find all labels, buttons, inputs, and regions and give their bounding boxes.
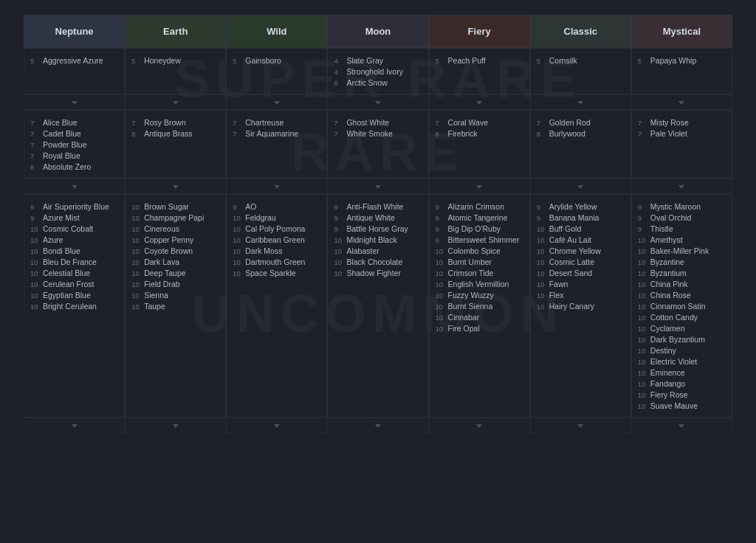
color-number: 10 <box>30 291 39 300</box>
color-item: 10Bleu De France <box>30 257 118 266</box>
color-name: Thistle <box>650 224 673 233</box>
color-number: 9 <box>638 203 647 211</box>
color-name: Copper Penny <box>144 235 193 244</box>
color-number: 9 <box>537 214 546 222</box>
color-number: 10 <box>436 302 444 311</box>
color-number: 10 <box>436 291 444 300</box>
divider-cell <box>631 94 732 110</box>
color-name: Byzantine <box>650 257 684 266</box>
color-name: AO <box>245 202 256 211</box>
color-item: 9Thistle <box>638 224 726 233</box>
color-number: 7 <box>334 119 343 127</box>
color-item: 8Burlywood <box>537 129 625 138</box>
color-item: 7Sir Aquamarine <box>233 129 320 138</box>
color-name: Stronghold Ivory <box>346 67 402 76</box>
color-number: 10 <box>638 280 647 288</box>
divider-cell <box>24 94 125 110</box>
section-0-col-1: 5Honeydew <box>125 48 226 94</box>
color-number: 10 <box>334 269 343 277</box>
color-name: Fawn <box>549 280 568 288</box>
color-item: 10Bright Cerulean <box>30 302 118 311</box>
chevron-down-icon <box>274 424 280 428</box>
color-number: 9 <box>436 236 444 244</box>
color-number: 9 <box>638 214 647 222</box>
color-number: 6 <box>334 79 343 87</box>
section-0-col-2: 5Gainsboro <box>226 48 327 94</box>
color-number: 10 <box>638 369 647 377</box>
color-name: Fire Opal <box>448 324 480 333</box>
color-name: Cal Poly Pomona <box>245 224 305 233</box>
color-item: 7Misty Rose <box>638 118 726 127</box>
color-item: 10Baker-Miller Pink <box>638 246 726 255</box>
color-number: 10 <box>131 225 140 233</box>
color-item: 10Cosmic Latte <box>537 257 625 266</box>
color-item: 10Dartmouth Green <box>233 257 320 266</box>
color-item: 10Cinnamon Satin <box>638 302 726 311</box>
divider-cell <box>125 179 226 194</box>
color-item: 8Antique Brass <box>131 129 219 138</box>
color-item: 7Chartreuse <box>233 118 320 127</box>
color-name: Azure <box>43 235 63 244</box>
chevron-down-icon <box>375 185 381 189</box>
color-number: 10 <box>30 269 39 277</box>
color-item: 7Golden Rod <box>537 118 625 127</box>
color-name: Colombo Spice <box>448 246 501 255</box>
color-name: Papaya Whip <box>650 56 696 65</box>
color-item: 10Cyclamen <box>638 324 726 333</box>
color-name: Taupe <box>144 302 165 311</box>
divider-cell <box>429 94 530 110</box>
chevron-down-icon <box>173 101 179 105</box>
color-number: 7 <box>131 119 140 127</box>
color-number: 10 <box>638 236 647 244</box>
color-item: 10English Vermillion <box>436 280 523 288</box>
color-name: Baker-Miller Pink <box>650 246 709 255</box>
color-number: 10 <box>638 269 647 277</box>
color-number: 10 <box>436 280 444 288</box>
color-item: 5Papaya Whip <box>638 56 726 65</box>
color-number: 10 <box>30 236 39 244</box>
color-item: 9Azure Mist <box>30 213 118 222</box>
color-name: Amethyst <box>650 235 683 244</box>
color-item: 10Copper Penny <box>131 235 219 244</box>
color-number: 10 <box>131 203 140 211</box>
color-name: Mystic Maroon <box>650 202 701 211</box>
color-number: 9 <box>436 214 444 222</box>
color-number: 5 <box>638 57 647 65</box>
color-number: 7 <box>30 130 39 138</box>
color-number: 10 <box>30 280 39 288</box>
color-number: 10 <box>131 269 140 277</box>
color-name: Bleu De France <box>43 257 97 266</box>
color-item: 9Atomic Tangerine <box>436 213 523 222</box>
color-number: 7 <box>30 141 39 149</box>
color-number: 10 <box>30 247 39 255</box>
color-number: 10 <box>537 302 546 311</box>
chevron-down-icon <box>678 101 684 105</box>
color-number: 10 <box>638 402 647 410</box>
color-name: Deep Taupe <box>144 269 185 277</box>
color-item: 10Amethyst <box>638 235 726 244</box>
color-name: Brown Sugar <box>144 202 189 211</box>
color-item: 6Arctic Snow <box>334 78 422 87</box>
section-0-col-3: 4Slate Gray4Stronghold Ivory6Arctic Snow <box>327 48 428 94</box>
color-name: Dartmouth Green <box>245 257 305 266</box>
color-name: Powder Blue <box>43 140 87 149</box>
color-number: 10 <box>131 302 140 311</box>
color-name: Azure Mist <box>43 213 80 222</box>
color-name: Midnight Black <box>346 235 396 244</box>
color-name: Aggressive Azure <box>43 56 103 65</box>
divider-cell <box>125 418 226 433</box>
color-name: Chrome Yellow <box>549 246 601 255</box>
color-number: 10 <box>334 247 343 255</box>
color-name: Honeydew <box>144 56 181 65</box>
divider-cell <box>226 418 327 433</box>
color-item: 10Shadow Fighter <box>334 269 422 277</box>
color-name: Royal Blue <box>43 151 80 160</box>
color-number: 10 <box>638 247 647 255</box>
color-number: 10 <box>436 247 444 255</box>
color-number: 10 <box>233 236 241 244</box>
color-item: 10Bondi Blue <box>30 246 118 255</box>
color-name: Rosy Brown <box>144 118 186 127</box>
divider-cell <box>530 179 631 194</box>
color-number: 10 <box>334 236 343 244</box>
chevron-down-icon <box>72 185 78 189</box>
